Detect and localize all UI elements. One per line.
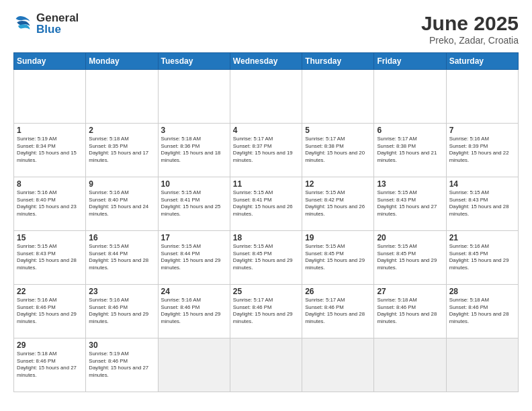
day-cell-20: 20 Sunrise: 5:15 AM Sunset: 8:45 PM Dayl… [374, 231, 446, 285]
week-row-4: 22 Sunrise: 5:16 AM Sunset: 8:46 PM Dayl… [14, 285, 519, 338]
day-info: Sunrise: 5:15 AM Sunset: 8:44 PM Dayligh… [161, 243, 227, 271]
day-info: Sunrise: 5:17 AM Sunset: 8:38 PM Dayligh… [305, 136, 371, 164]
day-number: 1 [17, 126, 83, 135]
day-info: Sunrise: 5:15 AM Sunset: 8:41 PM Dayligh… [233, 189, 299, 218]
day-info: Sunrise: 5:15 AM Sunset: 8:45 PM Dayligh… [305, 243, 371, 271]
day-cell-30: 30 Sunrise: 5:19 AM Sunset: 8:46 PM Dayl… [86, 338, 158, 392]
day-cell-13: 13 Sunrise: 5:15 AM Sunset: 8:43 PM Dayl… [374, 177, 446, 231]
day-info: Sunrise: 5:15 AM Sunset: 8:45 PM Dayligh… [377, 243, 443, 271]
day-cell-empty-5-4 [302, 338, 374, 392]
week-row-0 [14, 70, 519, 124]
week-row-5: 29 Sunrise: 5:18 AM Sunset: 8:46 PM Dayl… [14, 338, 519, 392]
day-cell-12: 12 Sunrise: 5:15 AM Sunset: 8:42 PM Dayl… [302, 177, 374, 231]
day-number: 7 [449, 126, 515, 135]
day-info: Sunrise: 5:18 AM Sunset: 8:36 PM Dayligh… [161, 136, 227, 164]
day-info: Sunrise: 5:15 AM Sunset: 8:44 PM Dayligh… [89, 243, 154, 271]
day-number: 23 [89, 287, 154, 296]
day-info: Sunrise: 5:18 AM Sunset: 8:46 PM Dayligh… [377, 297, 443, 325]
day-number: 27 [377, 287, 443, 296]
day-number: 19 [305, 233, 371, 242]
day-number: 25 [233, 287, 299, 296]
day-info: Sunrise: 5:15 AM Sunset: 8:43 PM Dayligh… [449, 189, 515, 218]
day-cell-8: 8 Sunrise: 5:16 AM Sunset: 8:40 PM Dayli… [14, 177, 86, 231]
day-cell-6: 6 Sunrise: 5:17 AM Sunset: 8:38 PM Dayli… [374, 124, 446, 177]
day-number: 14 [449, 179, 515, 189]
header-sunday: Sunday [14, 53, 86, 70]
day-info: Sunrise: 5:17 AM Sunset: 8:38 PM Dayligh… [377, 136, 443, 164]
day-info: Sunrise: 5:19 AM Sunset: 8:46 PM Dayligh… [89, 351, 154, 379]
day-cell-15: 15 Sunrise: 5:15 AM Sunset: 8:43 PM Dayl… [14, 231, 86, 285]
day-cell-3: 3 Sunrise: 5:18 AM Sunset: 8:36 PM Dayli… [158, 124, 230, 177]
day-cell-25: 25 Sunrise: 5:17 AM Sunset: 8:46 PM Dayl… [230, 285, 302, 338]
day-number: 4 [233, 126, 299, 135]
day-cell-empty-0-2 [158, 70, 230, 124]
day-cell-19: 19 Sunrise: 5:15 AM Sunset: 8:45 PM Dayl… [302, 231, 374, 285]
day-cell-27: 27 Sunrise: 5:18 AM Sunset: 8:46 PM Dayl… [374, 285, 446, 338]
day-cell-empty-0-1 [86, 70, 158, 124]
day-number: 2 [89, 126, 154, 135]
day-cell-22: 22 Sunrise: 5:16 AM Sunset: 8:46 PM Dayl… [14, 285, 86, 338]
day-info: Sunrise: 5:16 AM Sunset: 8:40 PM Dayligh… [89, 189, 154, 218]
day-cell-empty-5-3 [230, 338, 302, 392]
logo-text: General Blue [36, 12, 79, 35]
day-cell-18: 18 Sunrise: 5:15 AM Sunset: 8:45 PM Dayl… [230, 231, 302, 285]
day-info: Sunrise: 5:17 AM Sunset: 8:46 PM Dayligh… [305, 297, 371, 325]
day-number: 26 [305, 287, 371, 296]
logo-icon [13, 14, 32, 33]
header-tuesday: Tuesday [158, 53, 230, 70]
day-cell-7: 7 Sunrise: 5:16 AM Sunset: 8:39 PM Dayli… [446, 124, 518, 177]
day-number: 9 [89, 179, 154, 189]
page: General Blue June 2025 Preko, Zadar, Cro… [0, 0, 532, 411]
day-cell-1: 1 Sunrise: 5:19 AM Sunset: 8:34 PM Dayli… [14, 124, 86, 177]
day-cell-empty-5-2 [158, 338, 230, 392]
week-row-3: 15 Sunrise: 5:15 AM Sunset: 8:43 PM Dayl… [14, 231, 519, 285]
day-info: Sunrise: 5:18 AM Sunset: 8:35 PM Dayligh… [89, 136, 154, 164]
day-cell-empty-0-5 [374, 70, 446, 124]
day-cell-empty-0-6 [446, 70, 518, 124]
week-row-2: 8 Sunrise: 5:16 AM Sunset: 8:40 PM Dayli… [14, 177, 519, 231]
day-cell-empty-5-6 [446, 338, 518, 392]
day-cell-empty-0-3 [230, 70, 302, 124]
calendar-table: Sunday Monday Tuesday Wednesday Thursday… [13, 52, 519, 392]
day-cell-23: 23 Sunrise: 5:16 AM Sunset: 8:46 PM Dayl… [86, 285, 158, 338]
day-number: 18 [233, 233, 299, 242]
day-number: 3 [161, 126, 227, 135]
day-info: Sunrise: 5:16 AM Sunset: 8:39 PM Dayligh… [449, 136, 515, 164]
day-number: 13 [377, 179, 443, 189]
day-cell-24: 24 Sunrise: 5:16 AM Sunset: 8:46 PM Dayl… [158, 285, 230, 338]
day-info: Sunrise: 5:15 AM Sunset: 8:41 PM Dayligh… [161, 189, 227, 218]
day-number: 5 [305, 126, 371, 135]
day-number: 6 [377, 126, 443, 135]
day-info: Sunrise: 5:17 AM Sunset: 8:46 PM Dayligh… [233, 297, 299, 325]
day-info: Sunrise: 5:18 AM Sunset: 8:46 PM Dayligh… [449, 297, 515, 325]
day-cell-11: 11 Sunrise: 5:15 AM Sunset: 8:41 PM Dayl… [230, 177, 302, 231]
title-block: June 2025 Preko, Zadar, Croatia [421, 12, 519, 46]
day-cell-empty-0-0 [14, 70, 86, 124]
day-info: Sunrise: 5:15 AM Sunset: 8:45 PM Dayligh… [233, 243, 299, 271]
day-number: 29 [17, 340, 83, 350]
day-info: Sunrise: 5:15 AM Sunset: 8:42 PM Dayligh… [305, 189, 371, 218]
day-cell-empty-0-4 [302, 70, 374, 124]
day-cell-4: 4 Sunrise: 5:17 AM Sunset: 8:37 PM Dayli… [230, 124, 302, 177]
logo-blue: Blue [36, 24, 79, 35]
day-info: Sunrise: 5:16 AM Sunset: 8:46 PM Dayligh… [17, 297, 83, 325]
header-saturday: Saturday [446, 53, 518, 70]
day-cell-5: 5 Sunrise: 5:17 AM Sunset: 8:38 PM Dayli… [302, 124, 374, 177]
header-thursday: Thursday [302, 53, 374, 70]
day-cell-26: 26 Sunrise: 5:17 AM Sunset: 8:46 PM Dayl… [302, 285, 374, 338]
day-number: 21 [449, 233, 515, 242]
day-number: 24 [161, 287, 227, 296]
day-info: Sunrise: 5:17 AM Sunset: 8:37 PM Dayligh… [233, 136, 299, 164]
day-number: 30 [89, 340, 154, 350]
calendar-title: June 2025 [421, 12, 519, 35]
day-number: 22 [17, 287, 83, 296]
day-cell-9: 9 Sunrise: 5:16 AM Sunset: 8:40 PM Dayli… [86, 177, 158, 231]
day-info: Sunrise: 5:16 AM Sunset: 8:40 PM Dayligh… [17, 189, 83, 218]
day-cell-21: 21 Sunrise: 5:16 AM Sunset: 8:45 PM Dayl… [446, 231, 518, 285]
day-cell-2: 2 Sunrise: 5:18 AM Sunset: 8:35 PM Dayli… [86, 124, 158, 177]
day-info: Sunrise: 5:16 AM Sunset: 8:46 PM Dayligh… [89, 297, 154, 325]
day-cell-empty-5-5 [374, 338, 446, 392]
day-number: 20 [377, 233, 443, 242]
week-row-1: 1 Sunrise: 5:19 AM Sunset: 8:34 PM Dayli… [14, 124, 519, 177]
day-number: 15 [17, 233, 83, 242]
